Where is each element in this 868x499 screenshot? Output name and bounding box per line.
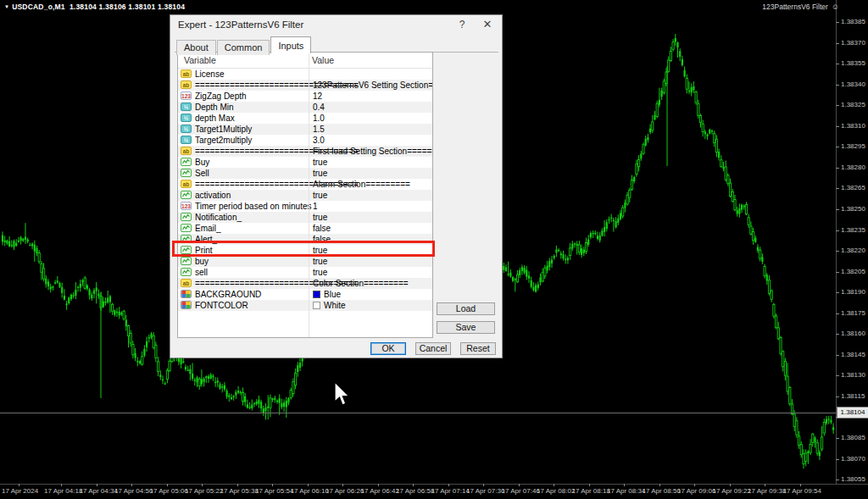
reset-button[interactable]: Reset <box>460 342 496 355</box>
time-axis-label: 17 Apr 2024 <box>2 487 38 495</box>
param-variable: buy <box>195 256 209 267</box>
param-row-section[interactable]: ab=================================Color… <box>178 278 432 289</box>
tab-about[interactable]: About <box>176 40 216 55</box>
param-value[interactable]: Color Section========= <box>313 278 409 289</box>
price-tick <box>836 43 839 44</box>
price-axis-label: 1.38235 <box>841 226 865 234</box>
tab-inputs[interactable]: Inputs <box>270 36 311 53</box>
param-row-fontcolor[interactable]: FONTCOLORWhite <box>178 300 432 311</box>
param-row-zigzag-depth[interactable]: 123ZigZag Depth12 <box>178 91 432 102</box>
param-row-depth-min[interactable]: ½Depth Min0.4 <box>178 102 432 113</box>
time-tick <box>800 484 801 486</box>
param-variable: activation <box>195 190 231 201</box>
param-value[interactable]: true <box>313 256 327 267</box>
close-icon[interactable]: ✕ <box>480 18 495 31</box>
param-value[interactable]: Blue <box>313 289 341 300</box>
param-value[interactable]: Alarm Section========= <box>313 179 410 190</box>
param-row-sell[interactable]: selltrue <box>178 267 432 278</box>
param-value[interactable]: First load Setting Section========= <box>313 146 433 157</box>
param-value[interactable]: 12 <box>313 91 322 102</box>
color-swatch <box>313 291 320 298</box>
param-value[interactable]: 3.0 <box>313 135 325 146</box>
time-tick <box>765 484 765 486</box>
color-type-icon <box>181 301 192 309</box>
symbol-name: USDCAD_o,M1 <box>12 3 65 11</box>
param-row-license[interactable]: abLicense <box>178 69 432 80</box>
price-axis-label: 1.38175 <box>841 309 865 317</box>
param-variable: FONTCOLOR <box>195 300 248 311</box>
save-button[interactable]: Save <box>437 321 495 334</box>
param-row-section[interactable]: ab=================================Alarm… <box>178 179 432 190</box>
time-tick <box>694 484 695 486</box>
price-axis-label: 1.38220 <box>841 247 865 254</box>
price-tick <box>836 64 839 64</box>
param-value[interactable]: 1.0 <box>313 113 325 124</box>
param-value[interactable]: true <box>313 212 327 223</box>
price-tick <box>836 168 839 169</box>
time-axis[interactable]: 17 Apr 202417 Apr 04:1817 Apr 04:3417 Ap… <box>0 484 868 499</box>
param-row-notification[interactable]: Notification_true <box>178 212 432 223</box>
param-variable: ZigZag Depth <box>195 91 247 102</box>
param-row-target2multiply[interactable]: ½Target2multiply3.0 <box>178 135 432 146</box>
price-tick <box>836 230 839 231</box>
param-value[interactable]: true <box>313 168 327 179</box>
price-axis-label: 1.38190 <box>841 288 865 296</box>
price-axis-label: 1.38085 <box>841 434 865 441</box>
param-value[interactable]: 1.5 <box>313 124 325 135</box>
param-value[interactable]: true <box>313 190 327 201</box>
time-tick <box>483 484 484 486</box>
time-axis-label: 17 Apr 04:50 <box>114 487 153 495</box>
price-axis-label: 1.38250 <box>841 205 865 213</box>
string-type-icon: ab <box>181 80 192 89</box>
param-value[interactable]: true <box>313 267 327 278</box>
time-axis-label: 17 Apr 08:34 <box>607 487 645 495</box>
param-row-section[interactable]: ab=================================First… <box>178 146 432 157</box>
param-row-sell[interactable]: Selltrue <box>178 168 432 179</box>
indicator-label: 123PatternsV6 Filter☺ <box>762 3 839 11</box>
time-tick <box>378 484 379 486</box>
param-row-buy[interactable]: buytrue <box>178 256 432 267</box>
time-tick <box>589 484 590 486</box>
param-row-email[interactable]: Email_false <box>178 223 432 234</box>
param-value[interactable]: true <box>313 157 327 168</box>
cancel-button[interactable]: Cancel <box>415 342 451 355</box>
symbol-info-bar[interactable]: ▼USDCAD_o,M1 1.38104 1.38106 1.38101 1.3… <box>4 3 185 11</box>
time-tick <box>448 484 449 486</box>
price-tick <box>836 459 839 460</box>
ok-button[interactable]: OK <box>370 342 406 355</box>
load-button[interactable]: Load <box>437 302 495 315</box>
param-row-timer-period-based-on-minutes[interactable]: 123Timer period based on minutes1 <box>178 201 432 212</box>
param-value[interactable]: false <box>313 223 331 234</box>
dialog-titlebar[interactable]: Expert - 123PatternsV6 Filter ? ✕ <box>170 15 502 34</box>
bool-type-icon <box>181 191 192 199</box>
param-row-buy[interactable]: Buytrue <box>178 157 432 168</box>
help-button[interactable]: ? <box>454 18 470 31</box>
param-row-activation[interactable]: activationtrue <box>178 190 432 201</box>
param-variable: Sell <box>195 168 209 179</box>
param-row-backgraound[interactable]: BACKGRAOUNDBlue <box>178 289 432 300</box>
param-value[interactable]: 0.4 <box>313 102 325 113</box>
time-axis-label: 17 Apr 08:50 <box>643 487 681 495</box>
price-axis-label: 1.38160 <box>841 330 865 337</box>
price-axis-label: 1.38055 <box>841 475 865 483</box>
param-value[interactable]: 1 <box>313 201 318 212</box>
param-value[interactable]: White <box>313 300 346 311</box>
bool-type-icon <box>181 224 192 232</box>
price-tick <box>836 105 839 106</box>
param-variable: Timer period based on minutes <box>195 201 311 212</box>
param-value[interactable]: 123PatternsV6 Setting Section========= <box>313 80 433 91</box>
integer-type-icon: 123 <box>181 91 192 100</box>
double-type-icon: ½ <box>181 114 192 122</box>
param-variable: BACKGRAOUND <box>195 289 261 300</box>
price-axis-label: 1.38070 <box>841 455 865 463</box>
param-variable: License <box>195 69 224 80</box>
price-axis-label: 1.38310 <box>841 122 865 130</box>
time-axis-label: 17 Apr 05:22 <box>185 487 223 495</box>
price-tick <box>836 438 839 439</box>
tab-common[interactable]: Common <box>217 40 270 55</box>
param-row-target1multiply[interactable]: ½Target1Multiply1.5 <box>178 124 432 135</box>
price-axis-label: 1.38385 <box>841 18 865 25</box>
param-row-section[interactable]: ab=================================123Pa… <box>178 80 432 91</box>
time-axis-label: 17 Apr 06:58 <box>396 487 434 495</box>
param-row-depth-max[interactable]: ½depth Max1.0 <box>178 113 432 124</box>
